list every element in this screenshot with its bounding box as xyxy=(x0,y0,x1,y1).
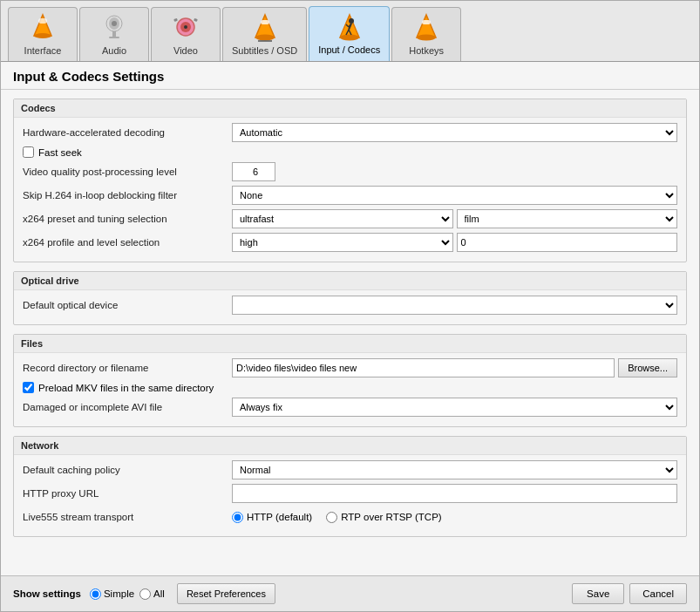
tab-interface[interactable]: Interface xyxy=(8,7,78,61)
hw-decoding-label: Hardware-accelerated decoding xyxy=(23,127,232,138)
live555-control: HTTP (default) RTP over RTSP (TCP) xyxy=(232,512,677,523)
tab-input[interactable]: Input / Codecs xyxy=(309,6,390,61)
optical-device-label: Default optical device xyxy=(23,300,232,310)
optical-device-row: Default optical device xyxy=(23,296,677,315)
footer: Show settings Simple All Reset Preferenc… xyxy=(1,575,699,611)
skip-h264-row: Skip H.264 in-loop deblocking filter Non… xyxy=(23,186,677,205)
vq-row: Video quality post-processing level xyxy=(23,162,677,181)
network-section: Network Default caching policy Normal Hi… xyxy=(13,436,687,537)
damaged-avi-select[interactable]: Always fix Ask Never fix xyxy=(232,398,677,417)
damaged-avi-control: Always fix Ask Never fix xyxy=(232,398,677,417)
audio-icon xyxy=(99,11,130,43)
svg-marker-26 xyxy=(417,15,436,37)
tab-audio-label: Audio xyxy=(102,45,126,56)
show-simple-radio[interactable] xyxy=(90,588,101,600)
footer-buttons: Save Cancel xyxy=(572,583,687,604)
record-control: Browse... xyxy=(232,358,677,377)
x264-preset-select[interactable]: ultrafast superfast veryfast faster fast… xyxy=(232,209,453,228)
skip-h264-control: None Non-ref All xyxy=(232,186,677,205)
skip-h264-label: Skip H.264 in-loop deblocking filter xyxy=(23,190,232,201)
optical-section-title: Optical drive xyxy=(14,272,686,290)
subtitles-icon xyxy=(249,11,281,43)
page-title: Input & Codecs Settings xyxy=(1,62,699,90)
files-section-title: Files xyxy=(14,335,686,353)
x264-preset-row: x264 preset and tuning selection ultrafa… xyxy=(23,209,677,228)
input-icon xyxy=(334,10,365,42)
network-section-body: Default caching policy Normal Highest la… xyxy=(14,455,686,536)
svg-rect-6 xyxy=(109,37,119,38)
svg-rect-12 xyxy=(194,18,198,22)
skip-h264-select[interactable]: None Non-ref All xyxy=(232,186,677,205)
tab-video-label: Video xyxy=(173,45,198,56)
live555-rtp-option[interactable]: RTP over RTSP (TCP) xyxy=(326,512,441,523)
optical-section-body: Default optical device xyxy=(14,290,686,324)
preload-mkv-label[interactable]: Preload MKV files in the same directory xyxy=(38,383,214,393)
footer-left: Show settings Simple All Reset Preferenc… xyxy=(13,583,563,604)
svg-point-14 xyxy=(255,35,275,41)
tab-subtitles-label: Subtitles / OSD xyxy=(232,45,297,56)
live555-http-radio[interactable] xyxy=(232,512,243,523)
main-window: Interface Audio xyxy=(0,0,700,612)
svg-rect-28 xyxy=(422,20,431,24)
record-input[interactable] xyxy=(232,358,615,377)
http-proxy-row: HTTP proxy URL xyxy=(23,484,677,503)
tab-video[interactable]: Video xyxy=(151,7,221,61)
x264-profile-label: x264 profile and level selection xyxy=(23,237,232,248)
reset-preferences-button[interactable]: Reset Preferences xyxy=(177,583,275,604)
show-all-option[interactable]: All xyxy=(139,588,165,600)
hw-decoding-select[interactable]: Automatic DirectX VA 2.0 NVIDIA VDPAU No… xyxy=(232,123,677,142)
save-button[interactable]: Save xyxy=(572,583,624,604)
http-proxy-label: HTTP proxy URL xyxy=(23,488,232,499)
main-content: Codecs Hardware-accelerated decoding Aut… xyxy=(1,90,699,575)
browse-button[interactable]: Browse... xyxy=(618,358,677,377)
live555-row: Live555 stream transport HTTP (default) … xyxy=(23,507,677,527)
http-proxy-input[interactable] xyxy=(232,484,677,503)
caching-select[interactable]: Normal Highest latency Higher latency Lo… xyxy=(232,460,677,479)
x264-profile-row: x264 profile and level selection baselin… xyxy=(23,233,677,252)
x264-preset-control: ultrafast superfast veryfast faster fast… xyxy=(232,209,677,228)
x264-level-input[interactable] xyxy=(457,233,678,252)
files-section-body: Record directory or filename Browse... P… xyxy=(14,353,686,426)
live555-rtp-radio[interactable] xyxy=(326,512,337,523)
show-simple-option[interactable]: Simple xyxy=(90,588,134,600)
vq-input[interactable] xyxy=(232,162,275,181)
live555-http-option[interactable]: HTTP (default) xyxy=(232,512,312,523)
tab-audio[interactable]: Audio xyxy=(79,7,149,61)
http-proxy-control xyxy=(232,484,677,503)
preload-mkv-row: Preload MKV files in the same directory xyxy=(23,382,677,393)
x264-profile-select[interactable]: baseline main high xyxy=(232,233,453,252)
svg-point-20 xyxy=(349,18,354,24)
tab-subtitles[interactable]: Subtitles / OSD xyxy=(222,7,307,61)
live555-radio-group: HTTP (default) RTP over RTSP (TCP) xyxy=(232,512,442,523)
fast-seek-checkbox[interactable] xyxy=(23,146,34,158)
x264-dual-select: ultrafast superfast veryfast faster fast… xyxy=(232,209,677,228)
svg-rect-2 xyxy=(38,18,47,24)
tab-interface-label: Interface xyxy=(24,45,62,56)
show-all-radio[interactable] xyxy=(139,588,151,600)
record-label: Record directory or filename xyxy=(23,363,232,373)
tab-bar: Interface Audio xyxy=(1,1,699,62)
hotkeys-icon xyxy=(411,11,442,43)
preload-mkv-checkbox[interactable] xyxy=(23,382,34,393)
codecs-section: Codecs Hardware-accelerated decoding Aut… xyxy=(13,99,687,262)
svg-marker-0 xyxy=(34,15,51,36)
svg-rect-15 xyxy=(261,20,269,24)
network-section-title: Network xyxy=(14,437,686,455)
fast-seek-label[interactable]: Fast seek xyxy=(38,147,82,158)
record-row: Record directory or filename Browse... xyxy=(23,358,677,377)
tab-hotkeys[interactable]: Hotkeys xyxy=(391,7,461,61)
x264-profile-dual: baseline main high xyxy=(232,233,677,252)
x264-tune-select[interactable]: film animation grain stillimage psnr ssi… xyxy=(457,209,678,228)
svg-rect-11 xyxy=(173,18,178,22)
hw-decoding-row: Hardware-accelerated decoding Automatic … xyxy=(23,123,677,142)
codecs-section-title: Codecs xyxy=(14,99,686,118)
vq-control xyxy=(232,162,677,181)
svg-point-1 xyxy=(34,33,51,38)
caching-row: Default caching policy Normal Highest la… xyxy=(23,460,677,479)
svg-point-19 xyxy=(340,35,359,41)
show-settings-label: Show settings xyxy=(13,588,81,599)
optical-device-select[interactable] xyxy=(232,296,677,315)
svg-point-7 xyxy=(112,21,117,26)
cancel-button[interactable]: Cancel xyxy=(629,583,687,604)
damaged-avi-row: Damaged or incomplete AVI file Always fi… xyxy=(23,398,677,417)
